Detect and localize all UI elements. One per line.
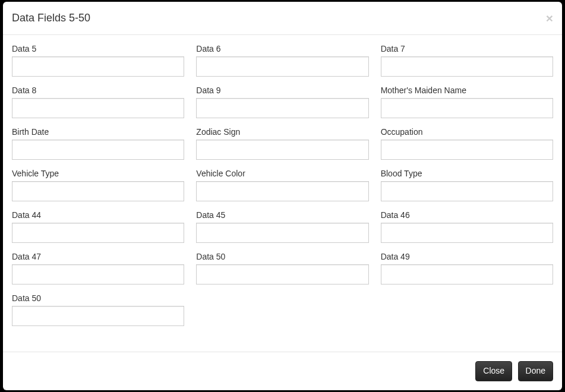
modal-header: Data Fields 5-50 × [3,2,562,35]
form-group: Data 50 [190,252,374,284]
field-input[interactable] [196,181,368,201]
field-input[interactable] [12,181,184,201]
form-group: Data 7 [375,44,559,77]
field-input[interactable] [381,181,553,201]
field-input[interactable] [12,98,184,118]
form-group: Data 9 [190,86,374,118]
field-input[interactable] [196,223,368,243]
field-label: Vehicle Color [196,169,368,178]
form-group: Data 8 [6,86,190,118]
form-group: Blood Type [375,169,559,201]
form-group: Data 6 [190,44,374,77]
field-input[interactable] [196,98,368,118]
form-grid: Data 5Data 6Data 7Data 8Data 9Mother's M… [6,44,559,335]
field-label: Data 7 [381,44,553,53]
form-group: Data 45 [190,210,374,243]
field-label: Data 49 [381,252,553,261]
form-group: Data 49 [375,252,559,284]
modal-dialog: Data Fields 5-50 × Data 5Data 6Data 7Dat… [3,2,562,390]
form-group: Vehicle Type [6,169,190,201]
field-input[interactable] [381,264,553,284]
field-input[interactable] [381,56,553,77]
form-group: Zodiac Sign [190,127,374,160]
field-input[interactable] [381,98,553,118]
field-input[interactable] [196,56,368,77]
field-input[interactable] [12,306,184,326]
field-input[interactable] [196,264,368,284]
form-group: Data 46 [375,210,559,243]
field-label: Zodiac Sign [196,127,368,137]
field-label: Vehicle Type [12,169,184,178]
field-label: Birth Date [12,127,184,137]
field-input[interactable] [12,223,184,243]
form-group: Data 50 [6,293,190,326]
form-group: Occupation [375,127,559,160]
field-label: Data 47 [12,252,184,261]
done-button[interactable]: Done [518,361,553,381]
field-label: Data 6 [196,44,368,53]
field-input[interactable] [12,264,184,284]
form-group: Birth Date [6,127,190,160]
field-label: Data 46 [381,210,553,220]
modal-title: Data Fields 5-50 [12,11,90,26]
field-label: Data 9 [196,86,368,95]
field-label: Data 50 [12,293,184,303]
field-input[interactable] [381,140,553,160]
modal-body: Data 5Data 6Data 7Data 8Data 9Mother's M… [3,35,562,352]
form-group: Data 5 [6,44,190,77]
form-group: Data 44 [6,210,190,243]
field-input[interactable] [12,56,184,77]
field-input[interactable] [12,140,184,160]
field-label: Data 5 [12,44,184,53]
close-icon[interactable]: × [546,12,553,24]
form-group: Mother's Maiden Name [375,86,559,118]
field-label: Data 44 [12,210,184,220]
form-group: Data 47 [6,252,190,284]
modal-footer: Close Done [3,352,562,390]
field-label: Data 8 [12,86,184,95]
form-group: Vehicle Color [190,169,374,201]
field-label: Data 45 [196,210,368,220]
field-label: Data 50 [196,252,368,261]
field-input[interactable] [381,223,553,243]
field-label: Occupation [381,127,553,137]
close-button[interactable]: Close [475,361,512,381]
field-label: Mother's Maiden Name [381,86,553,95]
field-label: Blood Type [381,169,553,178]
field-input[interactable] [196,140,368,160]
